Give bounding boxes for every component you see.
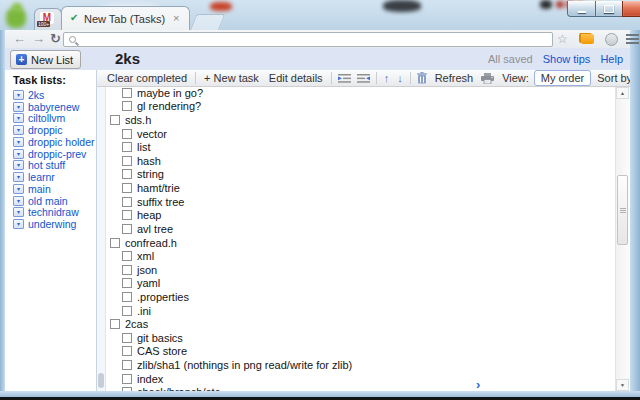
list-dropdown-icon[interactable]: ▾ [13,125,24,135]
task-row[interactable]: gl rendering? [109,100,481,114]
task-pane-left-scrollbar[interactable] [97,87,106,391]
task-row[interactable]: hamt/trie [109,181,481,195]
list-link[interactable]: droppic holder [28,136,95,148]
list-dropdown-icon[interactable]: ▾ [13,90,24,100]
task-row[interactable]: index [109,372,481,386]
task-label[interactable]: string [137,168,164,180]
sidebar-item-babyrenew[interactable]: ▾babyrenew [13,101,96,113]
task-label[interactable]: heap [137,209,161,221]
list-link[interactable]: old main [28,195,68,207]
list-dropdown-icon[interactable]: ▾ [13,160,24,170]
list-dropdown-icon[interactable]: ▾ [13,102,24,112]
task-label[interactable]: confread.h [125,237,177,249]
indent-icon[interactable] [335,73,354,84]
list-link[interactable]: droppic-prev [28,148,86,160]
list-dropdown-icon[interactable]: ▾ [13,149,24,159]
list-dropdown-icon[interactable]: ▾ [13,207,24,217]
list-dropdown-icon[interactable]: ▾ [13,172,24,182]
sidebar-item-technidraw[interactable]: ▾technidraw [13,207,96,219]
task-row[interactable]: heap [109,208,481,222]
task-label[interactable]: yaml [137,277,160,289]
list-link[interactable]: 2ks [28,89,44,101]
task-checkbox[interactable] [122,156,132,166]
minimize-button[interactable] [567,1,596,17]
sidebar-item-underwing[interactable]: ▾underwing [13,218,96,230]
task-checkbox[interactable] [122,183,132,193]
bookmark-star-icon[interactable]: ☆ [557,31,568,47]
task-checkbox[interactable] [122,333,132,343]
task-row[interactable]: CAS store [109,345,481,359]
task-label[interactable]: hamt/trie [137,182,180,194]
view-sort-by-date[interactable]: Sort by date [591,71,630,85]
task-row[interactable]: maybe in go? [109,86,481,100]
task-row[interactable]: confread.h [109,236,481,250]
chrome-menu-icon[interactable] [626,34,639,44]
sidebar-item-main[interactable]: ▾main [13,183,96,195]
task-pane-scrollbar[interactable]: ▲ ▼ [615,87,629,391]
tab-close-icon[interactable]: × [173,12,179,24]
task-label[interactable]: sds.h [125,114,151,126]
task-checkbox[interactable] [122,142,132,152]
task-checkbox[interactable] [110,115,120,125]
task-checkbox[interactable] [122,129,132,139]
task-checkbox[interactable] [122,265,132,275]
task-checkbox[interactable] [122,292,132,302]
task-checkbox[interactable] [122,169,132,179]
sidebar-item-droppic-holder[interactable]: ▾droppic holder [13,136,96,148]
task-label[interactable]: .ini [137,305,151,317]
task-checkbox[interactable] [122,374,132,384]
task-row[interactable]: list [109,140,481,154]
task-row[interactable]: sds.h [109,113,481,127]
list-dropdown-icon[interactable]: ▾ [13,113,24,123]
help-link[interactable]: Help [600,53,623,65]
list-dropdown-icon[interactable]: ▾ [13,196,24,206]
task-row[interactable]: string [109,168,481,182]
list-link[interactable]: hot stuff [28,159,65,171]
task-checkbox[interactable] [122,224,132,234]
list-dropdown-icon[interactable]: ▾ [13,219,24,229]
edit-details-button[interactable]: Edit details [264,72,328,84]
task-label[interactable]: git basics [137,332,183,344]
task-row[interactable]: .ini [109,304,481,318]
list-link[interactable]: underwing [28,218,76,230]
back-icon[interactable]: ← [13,30,26,47]
task-detail-arrow-icon[interactable]: › [476,377,480,391]
task-row[interactable]: avl tree [109,222,481,236]
task-label[interactable]: .properties [137,291,189,303]
task-label[interactable]: vector [137,128,167,140]
task-label[interactable]: 2cas [125,318,148,330]
task-row[interactable]: check/branch/etc [109,385,481,391]
delete-task-icon[interactable] [414,72,430,84]
refresh-button[interactable]: Refresh [430,72,479,84]
extension-gray-icon[interactable] [605,33,618,46]
task-checkbox[interactable] [122,101,132,111]
sidebar-item-droppic-prev[interactable]: ▾droppic-prev [13,148,96,160]
list-link[interactable]: technidraw [28,206,79,218]
move-down-icon[interactable]: ↓ [393,72,407,84]
move-up-icon[interactable]: ↑ [380,72,394,84]
scroll-down-icon[interactable]: ▼ [616,379,629,391]
list-dropdown-icon[interactable]: ▾ [13,137,24,147]
task-checkbox[interactable] [122,360,132,370]
task-row[interactable]: yaml [109,277,481,291]
task-checkbox[interactable] [122,306,132,316]
new-list-button[interactable]: + New List [10,50,81,69]
task-row[interactable]: vector [109,127,481,141]
task-label[interactable]: CAS store [137,345,187,357]
list-link[interactable]: learnr [28,171,55,183]
sidebar-item-droppic[interactable]: ▾droppic [13,124,96,136]
task-label[interactable]: check/branch/etc [137,386,220,391]
tab-new-tab-tasks[interactable]: ✔ New Tab (Tasks) × [61,6,190,30]
omnibox[interactable] [63,32,553,47]
task-checkbox[interactable] [122,387,132,391]
task-checkbox[interactable] [110,319,120,329]
task-label[interactable]: zlib/sha1 (nothings in png read/write fo… [137,359,352,371]
sidebar-item-ciltollvm[interactable]: ▾ciltollvm [13,113,96,125]
sidebar-item-old-main[interactable]: ▾old main [13,195,96,207]
task-label[interactable]: list [137,141,150,153]
task-label[interactable]: maybe in go? [137,87,203,99]
show-tips-link[interactable]: Show tips [543,53,591,65]
task-row[interactable]: .properties [109,290,481,304]
maximize-button[interactable] [596,1,622,17]
view-my-order[interactable]: My order [534,70,591,86]
